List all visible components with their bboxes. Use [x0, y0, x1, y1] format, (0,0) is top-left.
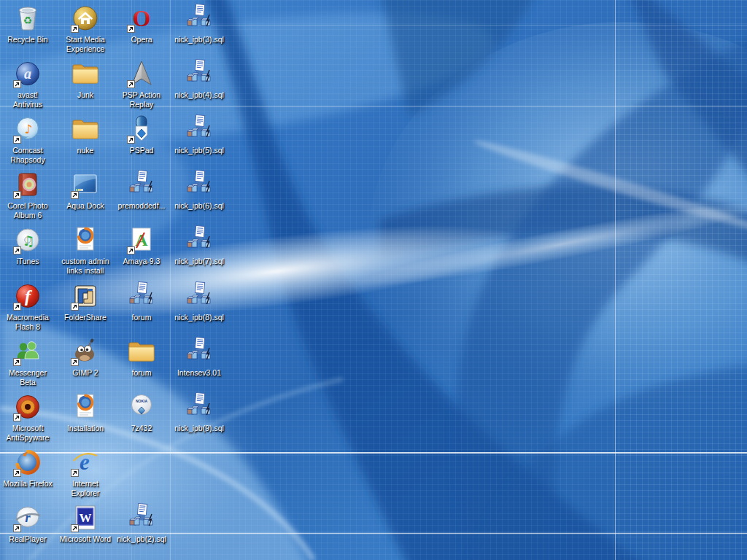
icon-label: Opera [112, 35, 171, 44]
icon-label: forum [112, 313, 171, 322]
desktop-icon-recycle-bin[interactable]: ♻Recycle Bin [0, 4, 60, 44]
icon-label: Mozilla Firefox [0, 479, 57, 489]
icon-label: Intensev3.01 [170, 368, 228, 378]
desktop-icon-nick-ipb-6-sql[interactable]: nick_ipb(6).sql [167, 170, 231, 211]
icon-label: RealPlayer [0, 534, 57, 544]
desktop-icon-nick-ipb-5-sql[interactable]: nick_ipb(5).sql [167, 114, 231, 155]
desktop-icon-nick-ipb-3-sql[interactable]: nick_ipb(3).sql [167, 4, 231, 44]
desktop-icon-nick-ipb-8-sql[interactable]: nick_ipb(8).sql [167, 281, 231, 322]
realplayer-icon: r [13, 503, 42, 532]
shortcut-arrow-icon [13, 469, 21, 477]
opera-icon: O [127, 4, 156, 33]
icon-label: Macromedia Flash 8 [0, 313, 57, 331]
firefox-icon [13, 448, 42, 477]
desktop-icon-aqua-dock[interactable]: Aqua Dock [53, 170, 117, 211]
shortcut-arrow-icon [13, 303, 21, 311]
desktop-icon-microsoft-antispyware[interactable]: Microsoft AntiSpyware [0, 392, 60, 442]
flash8-icon: f [13, 281, 42, 311]
desktop-icon-nick-ipb-2-sql[interactable]: nick_ipb(2).sql [109, 503, 174, 544]
desktop-icon-installation[interactable]: Installation [53, 392, 117, 433]
sql-script-icon [185, 170, 214, 199]
media-home-icon [71, 4, 100, 33]
sql-script-icon [127, 170, 156, 199]
desktop-icon-mozilla-firefox[interactable]: Mozilla Firefox [0, 448, 60, 489]
desktop-icon-realplayer[interactable]: rRealPlayer [0, 503, 60, 544]
desktop-icon-premoddedf[interactable]: premoddedf... [109, 170, 174, 211]
desktop-icon-comcast-rhapsody[interactable]: ♪Comcast Rhapsody [0, 114, 60, 164]
icon-label: nuke [56, 146, 115, 155]
shortcut-arrow-icon [13, 413, 21, 421]
folder-icon [71, 59, 100, 88]
desktop-background[interactable]: ♻Recycle Binaavast! Antivirus♪Comcast Rh… [0, 0, 747, 560]
shortcut-arrow-icon [13, 191, 21, 199]
desktop-icon-microsoft-word[interactable]: WMicrosoft Word [53, 503, 117, 544]
recycle-bin-icon: ♻ [13, 4, 42, 33]
desktop-icon-forum[interactable]: forum [109, 281, 174, 322]
shortcut-arrow-icon [127, 246, 135, 254]
desktop-icon-messenger-beta[interactable]: Messenger Beta [0, 337, 60, 386]
shortcut-arrow-icon [127, 80, 135, 88]
avast-icon: a [13, 59, 42, 88]
firefox-document-icon [71, 225, 100, 254]
svg-text:♪: ♪ [25, 122, 33, 136]
itunes-icon: ♫ [13, 225, 42, 254]
icon-label: Junk [56, 90, 115, 100]
icon-label: nick_ipb(4).sql [170, 90, 228, 100]
desktop-icon-foldershare[interactable]: FolderShare [53, 281, 117, 322]
icon-label: nick_ipb(7).sql [170, 257, 228, 266]
desktop-icon-psp-action-replay[interactable]: PSP Action Replay [109, 59, 174, 109]
desktop-icon-opera[interactable]: OOpera [109, 4, 174, 44]
desktop-icon-junk[interactable]: Junk [53, 59, 117, 100]
icon-label: nick_ipb(2).sql [112, 534, 171, 544]
icon-label: Comcast Rhapsody [0, 146, 57, 164]
sql-script-icon [185, 337, 214, 366]
desktop-icon-nick-ipb-4-sql[interactable]: nick_ipb(4).sql [167, 59, 231, 100]
desktop-icon-corel-photo-album-6[interactable]: Corel Photo Album 6 [0, 170, 60, 219]
shortcut-arrow-icon [13, 524, 21, 532]
desktop-icon-nuke[interactable]: nuke [53, 114, 117, 155]
desktop-icon-amaya-9-3[interactable]: AAmaya-9.3 [109, 225, 174, 266]
messenger-icon [13, 337, 42, 366]
sql-script-icon [185, 114, 214, 144]
icon-label: Microsoft Word [56, 534, 115, 544]
desktop-icon-internet-explorer[interactable]: eInternet Explorer [53, 448, 117, 497]
svg-text:W: W [80, 511, 92, 525]
desktop-icon-gimp-2[interactable]: GIMP 2 [53, 337, 117, 378]
svg-text:O: O [133, 5, 151, 31]
desktop-icon-pspad[interactable]: PSPad [109, 114, 174, 155]
icon-label: Installation [56, 424, 115, 433]
antispyware-icon [13, 392, 42, 421]
folder-icon [71, 114, 100, 144]
icon-label: nick_ipb(3).sql [170, 35, 228, 44]
shortcut-arrow-icon [13, 358, 21, 366]
icon-label: nick_ipb(8).sql [170, 313, 228, 322]
shortcut-arrow-icon [13, 246, 21, 254]
shortcut-arrow-icon [71, 469, 79, 477]
desktop-icon-nick-ipb-7-sql[interactable]: nick_ipb(7).sql [167, 225, 231, 266]
desktop-icon-itunes[interactable]: ♫iTunes [0, 225, 60, 266]
icon-label: custom admin links install [56, 257, 115, 275]
icon-label: Recycle Bin [0, 35, 57, 44]
icon-label: Internet Explorer [56, 479, 115, 497]
desktop-icon-intensev3-01[interactable]: Intensev3.01 [167, 337, 231, 378]
desktop-icon-nick-ipb-9-sql[interactable]: nick_ipb(9).sql [167, 392, 231, 433]
icon-label: iTunes [0, 257, 57, 266]
desktop-icon-custom-admin-links-install[interactable]: custom admin links install [53, 225, 117, 275]
desktop-icon-start-media-experience[interactable]: Start Media Experience [53, 4, 117, 53]
desktop-icon-forum[interactable]: forum [109, 337, 174, 378]
icon-label: nick_ipb(5).sql [170, 146, 228, 155]
icon-label: Aqua Dock [56, 201, 115, 211]
sql-script-icon [127, 503, 156, 532]
desktop-icon-macromedia-flash-8[interactable]: fMacromedia Flash 8 [0, 281, 60, 331]
desktop-icon-avast-antivirus[interactable]: aavast! Antivirus [0, 59, 60, 109]
shortcut-arrow-icon [71, 303, 79, 311]
icon-label: nick_ipb(9).sql [170, 424, 228, 433]
shortcut-arrow-icon [71, 25, 79, 33]
sql-script-icon [185, 392, 214, 421]
svg-text:♻: ♻ [23, 15, 33, 26]
icon-label: nick_ipb(6).sql [170, 201, 228, 211]
desktop-icon-7z432[interactable]: NOKIA7z432 [109, 392, 174, 433]
icon-label: Messenger Beta [0, 368, 57, 386]
word-icon: W [71, 503, 100, 532]
foldershare-icon [71, 281, 100, 311]
